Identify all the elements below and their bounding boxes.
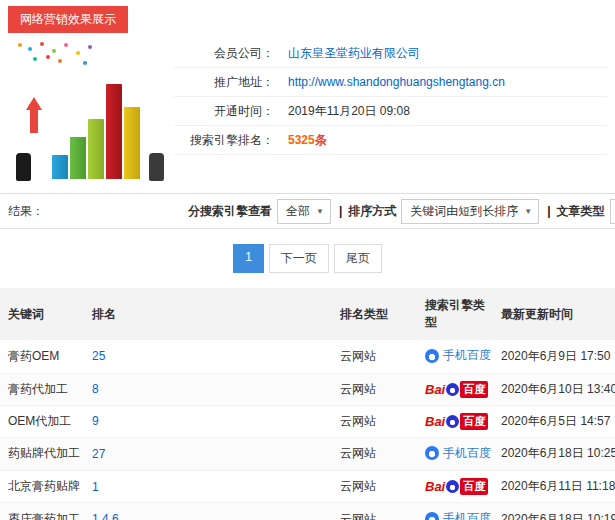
- keyword-cell: 枣庄膏药加工: [0, 503, 84, 520]
- engine-filter-label: 分搜索引擎查看: [188, 203, 272, 220]
- info-list: 会员公司： 山东皇圣堂药业有限公司 推广地址： http://www.shand…: [174, 39, 607, 191]
- page-number-current[interactable]: 1: [233, 244, 264, 273]
- baidu-logo-box: 百度: [460, 413, 488, 430]
- table-row: 枣庄膏药加工 1,4,6 云网站 手机百度 2020年6月18日 10:19: [0, 503, 615, 520]
- mobile-baidu-app-icon: [425, 446, 439, 460]
- info-row: 推广地址： http://www.shandonghuangshengtang.…: [174, 68, 607, 97]
- keyword-cell: 药贴牌代加工: [0, 437, 84, 471]
- bar-decoration: [52, 155, 68, 179]
- engine-cell: 手机百度: [417, 340, 493, 373]
- rank-cell[interactable]: 27: [84, 437, 332, 471]
- mobile-baidu-icon: 手机百度: [425, 445, 491, 462]
- page: 网络营销效果展示 会员公司： 山东皇圣堂药业有限公司 推广地址： http://…: [0, 0, 615, 520]
- rank-cell[interactable]: 9: [84, 405, 332, 437]
- rank-type-cell: 云网站: [332, 373, 417, 405]
- bar-decoration: [70, 137, 86, 179]
- baidu-logo-icon: Bai 百度: [425, 478, 488, 495]
- rank-type-cell: 云网站: [332, 437, 417, 471]
- businessman-figure: [149, 153, 164, 181]
- table-body: 膏药OEM 25 云网站 手机百度 2020年6月9日 17:50 膏药代加工 …: [0, 340, 615, 520]
- rank-cell[interactable]: 1: [84, 471, 332, 503]
- baidu-logo-text: Bai: [425, 414, 445, 429]
- baidu-logo-box: 百度: [460, 478, 488, 495]
- column-header: 排名: [84, 288, 332, 340]
- confetti-dots-decoration: [18, 43, 22, 47]
- table-header-row: 关键词排名排名类型搜索引擎类型最新更新时间: [0, 288, 615, 340]
- separator: |: [547, 204, 550, 218]
- table-row: 膏药OEM 25 云网站 手机百度 2020年6月9日 17:50: [0, 340, 615, 373]
- sort-select-value: 关键词由短到长排序: [410, 203, 518, 220]
- updated-cell: 2020年6月5日 14:57: [493, 405, 615, 437]
- info-label: 开通时间：: [174, 103, 274, 120]
- baidu-logo-text: Bai: [425, 479, 445, 494]
- page-title: 网络营销效果展示: [8, 6, 128, 33]
- mobile-baidu-app-icon: [425, 512, 439, 520]
- updated-cell: 2020年6月18日 10:19: [493, 503, 615, 520]
- column-header: 关键词: [0, 288, 84, 340]
- separator: |: [339, 204, 342, 218]
- top-section: 会员公司： 山东皇圣堂药业有限公司 推广地址： http://www.shand…: [0, 33, 615, 191]
- filter-bar: 结果： 分搜索引擎查看 全部 ▼ | 排序方式 关键词由短到长排序 ▼ | 文章…: [0, 193, 615, 229]
- mobile-baidu-icon: 手机百度: [425, 510, 491, 520]
- rank-type-cell: 云网站: [332, 405, 417, 437]
- mobile-baidu-app-icon: [425, 349, 439, 363]
- results-table: 关键词排名排名类型搜索引擎类型最新更新时间 膏药OEM 25 云网站 手机百度 …: [0, 288, 615, 520]
- info-value: 2019年11月20日 09:08: [288, 103, 410, 120]
- updated-cell: 2020年6月18日 10:25: [493, 437, 615, 471]
- info-suffix: 条: [315, 132, 327, 149]
- engine-cell: 手机百度: [417, 503, 493, 520]
- mobile-baidu-label: 手机百度: [443, 445, 491, 462]
- article-type-select[interactable]: 全部 ▼: [610, 199, 615, 224]
- article-type-label: 文章类型: [557, 203, 605, 220]
- column-header: 最新更新时间: [493, 288, 615, 340]
- engine-cell: 手机百度: [417, 437, 493, 471]
- baidu-paw-icon: [446, 383, 459, 396]
- baidu-paw-icon: [446, 480, 459, 493]
- table-row: 北京膏药贴牌 1 云网站 Bai 百度 2020年6月11日 11:18: [0, 471, 615, 503]
- chevron-down-icon: ▼: [316, 207, 324, 216]
- sort-select[interactable]: 关键词由短到长排序 ▼: [401, 199, 539, 224]
- baidu-logo-icon: Bai 百度: [425, 381, 488, 398]
- info-row: 搜索引擎排名： 5325 条: [174, 126, 607, 155]
- engine-select[interactable]: 全部 ▼: [277, 199, 331, 224]
- keyword-cell: 北京膏药贴牌: [0, 471, 84, 503]
- rank-cell[interactable]: 8: [84, 373, 332, 405]
- info-label: 搜索引擎排名：: [174, 132, 274, 149]
- info-row: 会员公司： 山东皇圣堂药业有限公司: [174, 39, 607, 68]
- keyword-cell: OEM代加工: [0, 405, 84, 437]
- keyword-cell: 膏药代加工: [0, 373, 84, 405]
- bar-decoration: [88, 119, 104, 179]
- info-link[interactable]: 山东皇圣堂药业有限公司: [288, 45, 420, 62]
- up-arrow-stem: [30, 109, 38, 133]
- chevron-down-icon: ▼: [524, 207, 532, 216]
- pagination: 1 下一页 尾页: [0, 244, 615, 273]
- bar-decoration: [106, 84, 122, 179]
- info-row: 开通时间： 2019年11月20日 09:08: [174, 97, 607, 126]
- keyword-cell: 膏药OEM: [0, 340, 84, 373]
- table-row: 药贴牌代加工 27 云网站 手机百度 2020年6月18日 10:25: [0, 437, 615, 471]
- column-header: 排名类型: [332, 288, 417, 340]
- column-header: 搜索引擎类型: [417, 288, 493, 340]
- growth-chart-illustration: [8, 39, 168, 189]
- info-link[interactable]: http://www.shandonghuangshengtang.cn: [288, 75, 505, 89]
- bar-decoration: [124, 107, 140, 179]
- baidu-logo-text: Bai: [425, 382, 445, 397]
- mobile-baidu-icon: 手机百度: [425, 347, 491, 364]
- info-label: 会员公司：: [174, 45, 274, 62]
- rank-cell[interactable]: 1,4,6: [84, 503, 332, 520]
- baidu-paw-icon: [446, 415, 459, 428]
- engine-cell: Bai 百度: [417, 373, 493, 405]
- baidu-logo-icon: Bai 百度: [425, 413, 488, 430]
- rank-cell[interactable]: 25: [84, 340, 332, 373]
- next-page-button[interactable]: 下一页: [269, 244, 329, 273]
- rank-type-cell: 云网站: [332, 503, 417, 520]
- updated-cell: 2020年6月10日 13:40: [493, 373, 615, 405]
- businessman-figure: [16, 153, 31, 181]
- rank-type-cell: 云网站: [332, 340, 417, 373]
- engine-cell: Bai 百度: [417, 405, 493, 437]
- info-label: 推广地址：: [174, 74, 274, 91]
- mobile-baidu-label: 手机百度: [443, 510, 491, 520]
- mobile-baidu-label: 手机百度: [443, 347, 491, 364]
- table-row: 膏药代加工 8 云网站 Bai 百度 2020年6月10日 13:40: [0, 373, 615, 405]
- last-page-button[interactable]: 尾页: [334, 244, 382, 273]
